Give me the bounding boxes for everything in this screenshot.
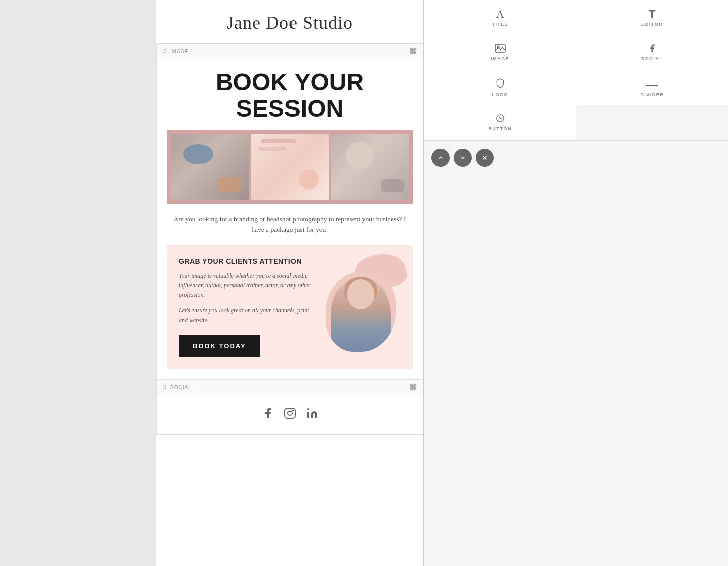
sidebar-item-divider[interactable]: — DIVIDER [576, 70, 729, 105]
social-block: ⠿ SOCIAL [156, 380, 423, 435]
drag-handle-icon: ⠿ [163, 48, 167, 55]
svg-rect-0 [285, 408, 295, 418]
portrait-figure [331, 277, 391, 352]
social-label-text: SOCIAL [170, 385, 192, 390]
editor-icon: T [649, 9, 655, 20]
social-label-left: ⠿ SOCIAL [163, 384, 192, 391]
sidebar-actions [424, 141, 728, 175]
sidebar-image-label: IMAGE [491, 56, 509, 61]
social-icons-row [157, 395, 423, 434]
title-icon: A [496, 9, 504, 20]
linkedin-icon[interactable] [306, 407, 318, 422]
image-edit-icon[interactable] [410, 47, 417, 56]
sidebar-editor-label: EDITOR [641, 22, 663, 27]
sidebar-logo-label: LOGO [492, 92, 509, 97]
portrait-blob [326, 272, 396, 352]
social-icon-sidebar [647, 44, 658, 54]
move-down-button[interactable] [454, 149, 472, 167]
grab-attention-title: GRAB YOUR CLIENTS ATTENTION [179, 257, 313, 265]
left-spacer [0, 0, 156, 566]
studio-title: Jane Doe Studio [166, 12, 413, 33]
description-text: Are you looking for a branding or headsh… [167, 214, 413, 235]
main-canvas: Jane Doe Studio ⠿ IMAGE BOOK YOUR SESSIO… [156, 0, 424, 566]
svg-rect-3 [307, 412, 309, 418]
book-today-button[interactable]: BOOK TODAY [179, 335, 260, 357]
info-body-2: Let's ensure you look great on all your … [179, 306, 313, 325]
sidebar: A TITLE T EDITOR IMAGE [424, 0, 728, 566]
divider-icon: — [646, 78, 658, 90]
portrait-head [347, 279, 375, 309]
image-label-text: IMAGE [170, 49, 189, 54]
sidebar-social-label: SOCIAL [641, 56, 663, 61]
move-up-button[interactable] [431, 149, 450, 167]
sidebar-item-title[interactable]: A TITLE [424, 0, 576, 35]
sidebar-tools-grid: A TITLE T EDITOR IMAGE [424, 0, 728, 141]
image-label-left: ⠿ IMAGE [163, 48, 189, 55]
book-session-heading: BOOK YOUR SESSION [167, 69, 413, 122]
image-icon [495, 44, 506, 54]
facebook-icon[interactable] [262, 407, 274, 422]
svg-point-1 [288, 411, 292, 415]
image-block-label-bar: ⠿ IMAGE [157, 44, 423, 59]
logo-icon [495, 78, 505, 90]
button-icon [495, 114, 506, 124]
photo-2 [251, 134, 329, 200]
sidebar-item-logo[interactable]: LOGO [424, 70, 576, 105]
social-edit-icon[interactable] [410, 383, 417, 392]
sidebar-item-button[interactable]: BUTTON [424, 105, 576, 140]
delete-button[interactable] [476, 149, 494, 167]
instagram-icon[interactable] [284, 407, 296, 422]
sidebar-button-label: BUTTON [489, 126, 512, 131]
photo-1 [171, 134, 249, 200]
sidebar-item-social[interactable]: SOCIAL [576, 35, 729, 70]
title-section: Jane Doe Studio [156, 0, 423, 44]
image-block-content: BOOK YOUR SESSION [157, 59, 423, 379]
pink-info-right [321, 257, 401, 357]
portrait-container [321, 262, 401, 352]
sidebar-item-editor[interactable]: T EDITOR [576, 0, 729, 35]
social-block-label-bar: ⠿ SOCIAL [157, 380, 423, 395]
sidebar-title-label: TITLE [492, 22, 509, 27]
svg-point-2 [292, 410, 293, 411]
social-drag-handle: ⠿ [163, 384, 167, 391]
pink-info-left: GRAB YOUR CLIENTS ATTENTION Your image i… [179, 257, 313, 357]
photo-collage [167, 130, 413, 204]
info-body-1: Your image is valuable whether you're a … [179, 271, 313, 300]
svg-point-4 [307, 408, 309, 410]
image-block: ⠿ IMAGE BOOK YOUR SESSION [156, 44, 423, 380]
sidebar-item-image[interactable]: IMAGE [424, 35, 576, 70]
sidebar-divider-label: DIVIDER [640, 92, 664, 97]
photo-3 [331, 134, 409, 200]
pink-info-box: GRAB YOUR CLIENTS ATTENTION Your image i… [167, 245, 413, 369]
